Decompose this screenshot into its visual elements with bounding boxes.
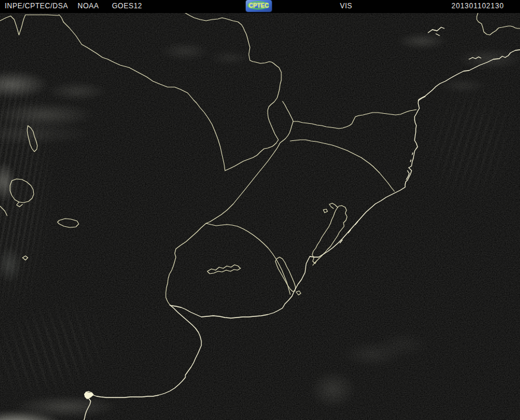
mar-chiquita-tail — [17, 202, 23, 207]
laguna-mar-chiquita — [10, 179, 34, 203]
lagoon-west-1 — [27, 126, 37, 152]
border-northwest — [0, 15, 63, 35]
satellite-label: GOES12 — [112, 0, 142, 13]
lagoon-west-3 — [23, 256, 28, 260]
guaiba-inlet — [329, 203, 338, 209]
estuary-channels — [469, 57, 481, 59]
border-paraguay-brazil-parana — [185, 13, 281, 171]
border-paraguay-argentina — [63, 22, 225, 171]
agency-label: INPE/CPTEC/DSA — [5, 0, 68, 13]
coastline-border-overlay — [0, 13, 520, 420]
state-border-south — [290, 140, 394, 191]
coastal-dash-1 — [412, 153, 413, 155]
border-brazil-uruguay — [206, 223, 290, 294]
lagoon-west-2 — [57, 219, 79, 227]
coastline-argentina — [84, 305, 201, 420]
laguna-negra — [296, 291, 301, 295]
cptec-logo: CPTEC — [246, 0, 272, 12]
lagoa-mirim — [275, 257, 296, 291]
header-bar: INPE/CPTEC/DSA NOAA GOES12 CPTEC VIS 201… — [0, 0, 520, 13]
cananeia-strip — [418, 97, 425, 101]
rincon-del-bonete — [207, 265, 240, 274]
satellite-image-viewer: INPE/CPTEC/DSA NOAA GOES12 CPTEC VIS 201… — [0, 0, 520, 420]
guaiba-west-blob — [323, 209, 328, 213]
coastal-dash-2 — [410, 160, 411, 162]
satellite-map-area — [0, 13, 520, 420]
channel-label: VIS — [340, 0, 352, 13]
barrier-dash-1 — [355, 222, 358, 225]
border-loop-northeast — [477, 13, 520, 35]
reservoir-squiggle-1 — [428, 27, 444, 33]
coastline-brazil — [170, 50, 520, 318]
lagoa-dos-patos — [312, 206, 347, 264]
river-fragment-west — [0, 206, 7, 216]
reservoir-squiggle-2 — [436, 34, 439, 36]
timestamp-label: 201301102130 — [451, 0, 504, 13]
cptec-logo-text: CPTEC — [246, 0, 272, 12]
noaa-label: NOAA — [78, 0, 99, 13]
state-border-north — [293, 110, 416, 129]
